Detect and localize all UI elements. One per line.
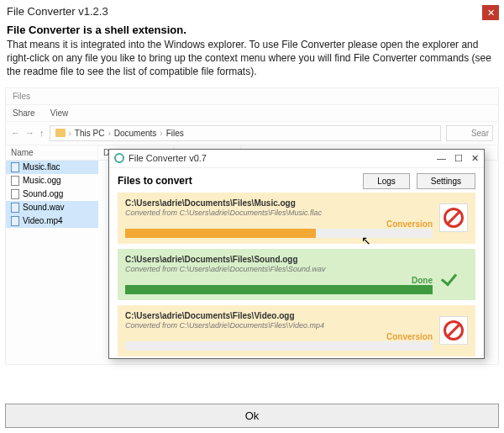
- job-path: C:\Users\adrie\Documents\Files\Video.ogg: [125, 311, 433, 320]
- job-path: C:\Users\adrie\Documents\Files\Music.ogg: [125, 198, 433, 208]
- breadcrumb-seg-2: Files: [166, 129, 184, 138]
- file-row[interactable]: Music.ogg: [6, 174, 98, 187]
- close-window-button[interactable]: ✕: [471, 153, 479, 164]
- job-path: C:\Users\adrie\Documents\Files\Sound.ogg: [125, 255, 433, 264]
- file-icon: [11, 216, 19, 226]
- file-name: Music.flac: [23, 162, 60, 172]
- job-status: Conversion: [382, 219, 433, 229]
- file-row[interactable]: Video.mp4: [6, 214, 98, 228]
- logs-button[interactable]: Logs: [363, 173, 410, 189]
- explorer-title: Files: [6, 88, 498, 105]
- cancel-button[interactable]: [439, 316, 468, 345]
- file-name: Sound.wav: [23, 203, 64, 212]
- explorer-tab-view[interactable]: View: [50, 108, 69, 118]
- file-name: Sound.ogg: [23, 189, 63, 198]
- file-icon: [11, 162, 19, 172]
- settings-button[interactable]: Settings: [417, 173, 475, 189]
- breadcrumb[interactable]: › This PC › Documents › Files: [50, 125, 442, 141]
- conversion-job: C:\Users\adrie\Documents\Files\Video.ogg…: [118, 305, 475, 356]
- progress-bar: [125, 229, 433, 238]
- ok-button[interactable]: Ok: [5, 404, 499, 428]
- job-source: Converted from C:\Users\adrie\Documents\…: [125, 321, 433, 330]
- job-source: Converted from C:\Users\adrie\Documents\…: [125, 209, 433, 217]
- converter-heading: Files to convert: [118, 175, 192, 187]
- job-source: Converted from C:\Users\adrie\Documents\…: [125, 265, 433, 273]
- breadcrumb-seg-1: Documents: [114, 129, 157, 138]
- converter-app-icon: [114, 153, 124, 163]
- file-icon: [11, 189, 19, 199]
- file-name: Music.ogg: [23, 176, 61, 185]
- breadcrumb-seg-0: This PC: [75, 129, 105, 138]
- explorer-window: Files Share View ← → ↑ › This PC › Docum…: [5, 87, 499, 365]
- converter-title: File Converter v0.7: [129, 153, 207, 163]
- file-name: Video.mp4: [23, 216, 63, 225]
- done-indicator: [439, 260, 468, 288]
- job-status: Conversion: [382, 332, 433, 341]
- cancel-button[interactable]: [439, 203, 468, 232]
- intro-body: That means it is integrated into the Win…: [7, 38, 496, 79]
- search-input[interactable]: Sear: [446, 125, 493, 141]
- file-row[interactable]: Sound.wav: [6, 201, 98, 214]
- explorer-tab-share[interactable]: Share: [13, 108, 35, 118]
- close-button[interactable]: ✕: [482, 5, 499, 20]
- minimize-button[interactable]: —: [437, 153, 446, 164]
- maximize-button[interactable]: ☐: [454, 153, 463, 164]
- col-name[interactable]: Name: [6, 145, 98, 160]
- job-status: Done: [382, 276, 433, 285]
- nav-up-icon[interactable]: ↑: [39, 128, 45, 138]
- check-icon: [443, 267, 465, 282]
- progress-bar: [125, 341, 433, 351]
- cancel-icon: [444, 320, 464, 341]
- file-row[interactable]: Sound.ogg: [6, 187, 98, 201]
- app-title: File Converter v1.2.3: [7, 5, 108, 18]
- file-row[interactable]: Music.flac: [6, 161, 98, 174]
- cancel-icon: [444, 208, 464, 228]
- converter-window: File Converter v0.7 — ☐ ✕ Files to conve…: [108, 149, 485, 359]
- nav-fwd-icon[interactable]: →: [25, 128, 34, 138]
- file-icon: [11, 203, 19, 213]
- nav-back-icon[interactable]: ←: [11, 128, 20, 138]
- conversion-job: C:\Users\adrie\Documents\Files\Music.ogg…: [118, 193, 475, 244]
- intro-heading: File Converter is a shell extension.: [7, 24, 496, 36]
- progress-bar: [125, 285, 433, 294]
- folder-icon: [55, 129, 66, 137]
- conversion-job: C:\Users\adrie\Documents\Files\Sound.ogg…: [118, 249, 475, 300]
- file-icon: [11, 176, 19, 186]
